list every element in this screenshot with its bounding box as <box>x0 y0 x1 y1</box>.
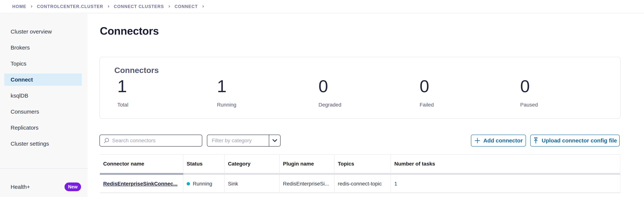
breadcrumb-connect[interactable]: CONNECT <box>174 4 198 9</box>
cell-category: Sink <box>224 175 280 192</box>
chevron-right-icon: › <box>168 4 170 9</box>
tasks-count-text: 1 <box>394 181 397 187</box>
sidebar-nav: Cluster overview Brokers Topics Connect … <box>0 14 88 150</box>
stat-degraded-label: Degraded <box>318 102 341 108</box>
sidebar-item-healthplus[interactable]: Health+ New <box>0 181 88 193</box>
col-header-number-of-tasks[interactable]: Number of tasks <box>391 155 620 173</box>
sidebar-divider <box>0 168 88 169</box>
plugin-name-text: RedisEnterpriseSi... <box>283 181 329 187</box>
add-connector-label: Add connector <box>483 137 523 144</box>
stat-running-label: Running <box>217 102 236 108</box>
connectors-summary-card: Connectors 1 Total 1 Running 0 Degraded … <box>100 57 620 119</box>
healthplus-label: Health+ <box>0 184 30 190</box>
dropdown-caret-segment[interactable] <box>269 135 280 146</box>
stat-total-label: Total <box>117 102 128 108</box>
status-text: Running <box>193 181 212 187</box>
sidebar-item-brokers[interactable]: Brokers <box>0 42 88 54</box>
topics-text: redis-connect-topic <box>338 181 382 187</box>
sidebar: Cluster overview Brokers Topics Connect … <box>0 14 88 197</box>
plus-icon <box>474 137 480 144</box>
filter-by-category-dropdown[interactable]: Filter by category <box>207 135 280 146</box>
sidebar-item-cluster-settings[interactable]: Cluster settings <box>0 138 88 150</box>
upload-connector-config-button[interactable]: Upload connector config file <box>530 135 620 146</box>
breadcrumb-cluster[interactable]: CONTROLCENTER.CLUSTER <box>37 4 103 9</box>
filter-placeholder: Filter by category <box>207 135 269 146</box>
chevron-right-icon: › <box>202 4 204 9</box>
cell-status: Running <box>183 175 224 192</box>
breadcrumb-connect-clusters[interactable]: CONNECT CLUSTERS <box>114 4 164 9</box>
table-header: Connector name Status Category Plugin na… <box>100 155 620 173</box>
col-header-status[interactable]: Status <box>183 155 224 173</box>
sidebar-item-consumers[interactable]: Consumers <box>0 106 88 118</box>
search-input[interactable] <box>112 138 194 144</box>
stat-failed-value: 0 <box>420 77 429 96</box>
add-connector-button[interactable]: Add connector <box>471 135 526 146</box>
sidebar-item-cluster-overview[interactable]: Cluster overview <box>0 26 88 38</box>
header-underline-rest <box>183 173 620 175</box>
sidebar-item-ksqldb[interactable]: ksqlDB <box>0 90 88 102</box>
stat-degraded-value: 0 <box>318 77 328 96</box>
new-badge: New <box>64 182 81 191</box>
chevron-right-icon: › <box>108 4 109 9</box>
sidebar-item-replicators[interactable]: Replicators <box>0 122 88 134</box>
sorted-column-indicator <box>100 173 183 175</box>
col-header-plugin-name[interactable]: Plugin name <box>280 155 334 173</box>
cell-topics: redis-connect-topic <box>334 175 391 192</box>
connector-name-link[interactable]: RedisEnterpriseSinkConnec... <box>103 181 178 187</box>
stat-paused-label: Paused <box>520 102 538 108</box>
cell-plugin-name: RedisEnterpriseSi... <box>280 175 334 192</box>
stat-paused-value: 0 <box>520 77 530 96</box>
upload-icon <box>533 137 539 144</box>
breadcrumb-home[interactable]: HOME <box>12 4 26 9</box>
col-header-category[interactable]: Category <box>224 155 280 173</box>
search-connectors-box <box>100 135 202 146</box>
col-header-topics[interactable]: Topics <box>334 155 391 173</box>
col-header-connector-name[interactable]: Connector name <box>100 155 183 173</box>
table-header-underline <box>100 173 620 175</box>
cell-connector-name: RedisEnterpriseSinkConnec... <box>100 175 183 192</box>
breadcrumb: HOME › CONTROLCENTER.CLUSTER › CONNECT C… <box>12 4 204 9</box>
stat-total-value: 1 <box>117 77 127 96</box>
table-row: RedisEnterpriseSinkConnec... Running Sin… <box>100 175 620 193</box>
sidebar-item-connect[interactable]: Connect <box>4 74 82 86</box>
breadcrumb-bar: HOME › CONTROLCENTER.CLUSTER › CONNECT C… <box>0 0 644 14</box>
search-icon <box>103 137 110 144</box>
upload-connector-label: Upload connector config file <box>542 137 617 144</box>
sidebar-item-topics[interactable]: Topics <box>0 58 88 70</box>
stat-running-value: 1 <box>217 77 227 96</box>
chevron-right-icon: › <box>31 4 32 9</box>
summary-card-title: Connectors <box>114 66 159 75</box>
running-status-dot-icon <box>187 182 190 185</box>
cell-number-of-tasks: 1 <box>391 175 620 192</box>
stat-failed-label: Failed <box>420 102 434 108</box>
category-text: Sink <box>228 181 238 187</box>
chevron-down-icon <box>272 139 277 142</box>
page-title: Connectors <box>100 25 159 37</box>
